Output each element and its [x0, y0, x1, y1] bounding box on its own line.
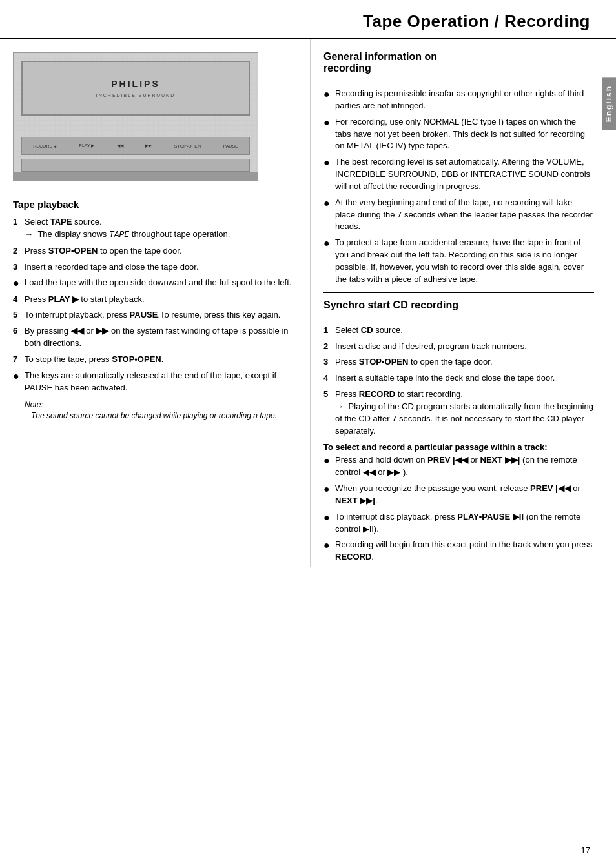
synchro-step-4: 4 Insert a suitable tape into the deck a…	[323, 372, 594, 385]
note-section: Note: – The sound source cannot be chang…	[25, 400, 297, 421]
divider-3	[323, 292, 594, 293]
page-title: Tape Operation / Recording	[363, 12, 590, 31]
synchro-step-3: 3 Press STOP•OPEN to open the tape door.	[323, 356, 594, 368]
device-tape-slot	[21, 159, 250, 172]
recording-bullet-4: ● At the very beginning and end of the t…	[323, 197, 594, 234]
device-brand-label: PHILIPS	[111, 79, 159, 89]
right-column: General information on recording ● Recor…	[310, 39, 594, 567]
synchro-step-5: 5 Press RECORD to start recording. → Pla…	[323, 389, 594, 437]
device-subtitle-label: INCREDIBLE SURROUND	[96, 93, 175, 97]
page-number: 17	[581, 845, 590, 855]
tape-playback-heading: Tape playback	[13, 199, 297, 211]
device-image: PHILIPS INCREDIBLE SURROUND RECORD ● PLA…	[13, 52, 258, 181]
device-controls-bar: RECORD ● PLAY ▶ ◀◀ ▶▶ STOP•OPEN PAUSE	[21, 137, 250, 155]
step-3: 3 Insert a recorded tape and close the t…	[13, 261, 297, 274]
synchro-heading: Synchro start CD recording	[323, 299, 594, 311]
bullet-load-tape: ● Load the tape with the open side downw…	[13, 277, 297, 289]
step-5: 5 To interrupt playback, press PAUSE.To …	[13, 309, 297, 321]
sub-bullet-4: ● Recording will begin from this exact p…	[323, 539, 594, 563]
step-7: 7 To stop the tape, press STOP•OPEN.	[13, 354, 297, 366]
recording-bullet-3: ● The best recording level is set automa…	[323, 156, 594, 193]
divider-4	[323, 318, 594, 318]
step-6: 6 By pressing ◀◀ or ▶▶ on the system fas…	[13, 325, 297, 350]
note-label: Note:	[25, 400, 297, 409]
general-recording-heading: General information on recording	[323, 51, 594, 74]
synchro-step-2: 2 Insert a disc and if desired, program …	[323, 341, 594, 353]
language-tab: English	[602, 77, 616, 130]
sub-bullet-1: ● Press and hold down on PREV |◀◀ or NEX…	[323, 454, 594, 479]
recording-bullet-2: ● For recording, use only NORMAL (IEC ty…	[323, 116, 594, 153]
device-screen: PHILIPS INCREDIBLE SURROUND	[21, 61, 250, 116]
step-4: 4 Press PLAY ▶ to start playback.	[13, 294, 297, 306]
note-text: – The sound source cannot be changed whi…	[25, 410, 297, 421]
sub-bullet-3: ● To interrupt disc playback, press PLAY…	[323, 511, 594, 536]
divider-1	[13, 192, 297, 192]
synchro-step-1: 1 Select CD source.	[323, 325, 594, 337]
page-header: Tape Operation / Recording	[0, 0, 616, 39]
sub-heading-passage: To select and record a particular passag…	[323, 442, 594, 452]
sub-bullet-2: ● When you recognize the passage you wan…	[323, 483, 594, 507]
step-2: 2 Press STOP•OPEN to open the tape door.	[13, 245, 297, 257]
divider-2	[323, 81, 594, 81]
step-1: 1 Select TAPE source. → The display show…	[13, 216, 297, 241]
bullet-keys-released: ● The keys are automatically released at…	[13, 370, 297, 394]
recording-bullet-1: ● Recording is permissible insofar as co…	[323, 88, 594, 112]
left-column: PHILIPS INCREDIBLE SURROUND RECORD ● PLA…	[13, 39, 310, 567]
recording-bullet-5: ● To protect a tape from accidental eras…	[323, 237, 594, 285]
main-content: PHILIPS INCREDIBLE SURROUND RECORD ● PLA…	[0, 39, 616, 567]
device-bottom	[14, 172, 258, 181]
